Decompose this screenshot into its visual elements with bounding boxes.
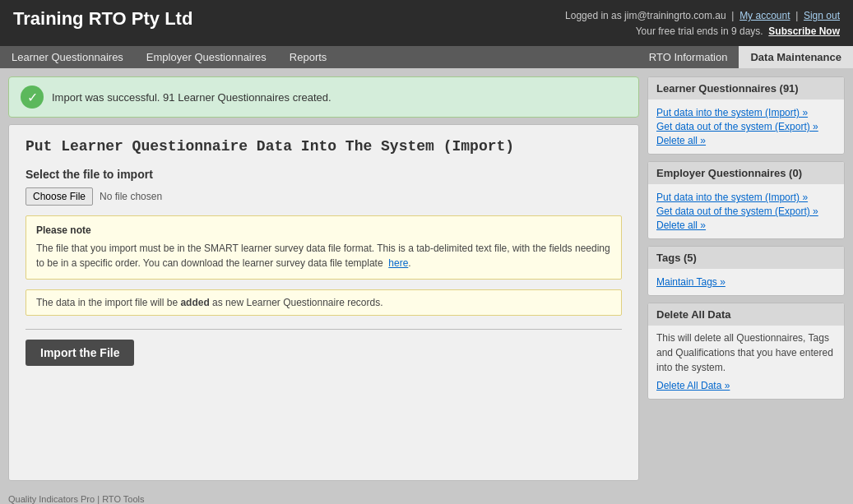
sidebar-eq-import-link[interactable]: Put data into the system (Import) » <box>656 192 836 203</box>
footer-text: Quality Indicators Pro | RTO Tools <box>8 494 639 504</box>
login-info: Logged in as jim@trainingrto.com.au | My… <box>565 8 840 24</box>
subscribe-link[interactable]: Subscribe Now <box>768 25 840 37</box>
sidebar-eq-delete-link[interactable]: Delete all » <box>656 220 836 231</box>
sidebar-lq-import-link[interactable]: Put data into the system (Import) » <box>656 107 836 118</box>
tab-rto-information[interactable]: RTO Information <box>637 46 739 68</box>
tab-learner-questionnaires[interactable]: Learner Questionnaires <box>0 46 135 68</box>
header-right: Logged in as jim@trainingrto.com.au | My… <box>565 8 840 39</box>
sidebar-eq-title: Employer Questionnaires (0) <box>648 162 844 184</box>
file-section: Select the file to import Choose File No… <box>25 168 622 206</box>
import-file-button[interactable]: Import the File <box>25 340 134 366</box>
added-note-box: The data in the import file will be adde… <box>25 289 622 316</box>
sidebar-tags: Tags (5) Maintain Tags » <box>647 246 845 296</box>
no-file-text: No file chosen <box>100 191 162 202</box>
trial-text: Your free trial ends in 9 days. <box>636 25 763 37</box>
trial-info: Your free trial ends in 9 days. Subscrib… <box>565 24 840 39</box>
sidebar-delete-text: This will delete all Questionnaires, Tag… <box>656 331 836 375</box>
nav-bar: Learner Questionnaires Employer Question… <box>0 46 853 68</box>
file-section-label: Select the file to import <box>25 168 622 181</box>
please-note-box: Please note The file that you import mus… <box>25 215 622 280</box>
content-area: ✓ Import was successful. 91 Learner Ques… <box>8 76 639 504</box>
sidebar-lq-body: Put data into the system (Import) » Get … <box>648 99 844 154</box>
please-note-title: Please note <box>36 224 611 236</box>
logged-in-text: Logged in as jim@trainingrto.com.au <box>565 10 726 21</box>
sidebar-employer-questionnaires: Employer Questionnaires (0) Put data int… <box>647 161 845 239</box>
success-icon: ✓ <box>21 86 44 109</box>
nav-left: Learner Questionnaires Employer Question… <box>0 46 338 68</box>
file-input-row: Choose File No file chosen <box>25 187 622 206</box>
choose-file-button[interactable]: Choose File <box>25 187 93 206</box>
sidebar-tags-body: Maintain Tags » <box>648 269 844 295</box>
please-note-body-text: The file that you import must be in the … <box>36 243 610 269</box>
success-text: Import was successful. 91 Learner Questi… <box>52 91 331 104</box>
sidebar-tags-title: Tags (5) <box>648 247 844 269</box>
sidebar-learner-questionnaires: Learner Questionnaires (91) Put data int… <box>647 76 845 155</box>
header: Training RTO Pty Ltd Logged in as jim@tr… <box>0 0 853 46</box>
sidebar-lq-title: Learner Questionnaires (91) <box>648 77 844 99</box>
my-account-link[interactable]: My account <box>739 10 790 21</box>
sidebar-eq-export-link[interactable]: Get data out of the system (Export) » <box>656 206 836 217</box>
added-note-suffix: as new Learner Questionnaire records. <box>210 297 383 308</box>
tab-reports[interactable]: Reports <box>278 46 339 68</box>
tab-data-maintenance[interactable]: Data Maintenance <box>739 46 853 68</box>
sidebar-eq-body: Put data into the system (Import) » Get … <box>648 184 844 238</box>
please-note-link[interactable]: here <box>388 257 408 269</box>
added-note-prefix: The data in the import file will be <box>36 297 180 308</box>
sidebar-maintain-tags-link[interactable]: Maintain Tags » <box>656 276 836 288</box>
sign-out-link[interactable]: Sign out <box>804 10 840 21</box>
success-banner: ✓ Import was successful. 91 Learner Ques… <box>8 76 639 118</box>
sidebar: Learner Questionnaires (91) Put data int… <box>647 76 845 504</box>
tab-employer-questionnaires[interactable]: Employer Questionnaires <box>135 46 278 68</box>
added-note-bold: added <box>180 297 209 308</box>
main-wrapper: ✓ Import was successful. 91 Learner Ques… <box>0 68 853 504</box>
please-note-body: The file that you import must be in the … <box>36 241 611 270</box>
sidebar-delete-all-data: Delete All Data This will delete all Que… <box>647 303 845 400</box>
sidebar-lq-delete-link[interactable]: Delete all » <box>656 135 836 146</box>
app-title: Training RTO Pty Ltd <box>13 8 192 30</box>
sidebar-delete-title: Delete All Data <box>648 303 844 326</box>
sidebar-delete-body: This will delete all Questionnaires, Tag… <box>648 326 844 399</box>
form-title: Put Learner Questionnaire Data Into The … <box>25 138 622 155</box>
sidebar-lq-export-link[interactable]: Get data out of the system (Export) » <box>656 121 836 132</box>
sidebar-delete-all-link[interactable]: Delete All Data » <box>656 380 836 391</box>
form-container: Put Learner Questionnaire Data Into The … <box>8 124 639 481</box>
nav-right: RTO Information Data Maintenance <box>637 46 853 68</box>
